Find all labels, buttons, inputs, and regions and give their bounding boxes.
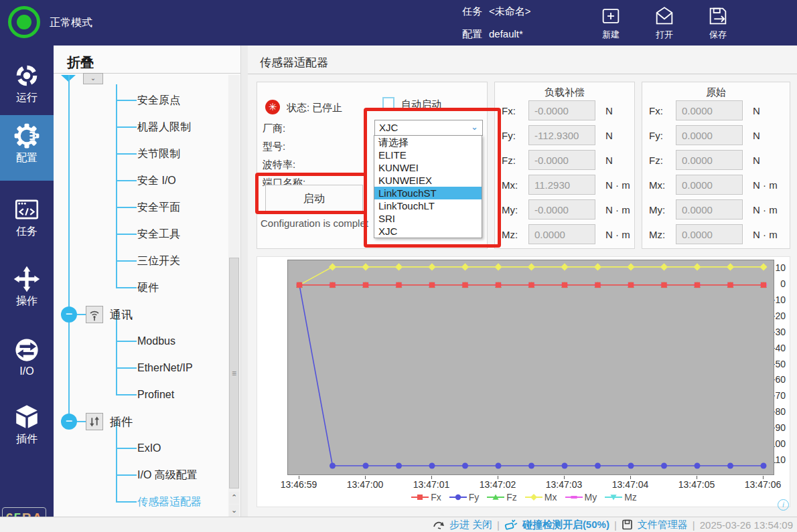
new-button[interactable]: 新建 — [591, 5, 631, 41]
page-title: 传感器适配器 — [260, 55, 328, 70]
collision-status[interactable]: 碰撞检测开启(50%) — [522, 519, 609, 531]
config-label: 配置 — [462, 28, 482, 41]
tree-item-传感器适配器[interactable]: 传感器适配器 — [54, 489, 228, 515]
scroll-up-button[interactable]: ⌃ — [229, 492, 239, 504]
dropdown-option-ELITE[interactable]: ELITE — [374, 149, 482, 161]
force-row: Mz:N · m — [495, 223, 634, 248]
tree-item-Modbus[interactable]: Modbus — [54, 328, 228, 355]
tree-item-三位开关[interactable]: 三位开关 — [54, 248, 228, 274]
dropdown-option-XJC[interactable]: XJC — [374, 225, 482, 238]
app-window: 正常模式 任务<未命名> 配置default* 新建 打开 保存 运行 配置 — [0, 0, 797, 532]
antenna-icon — [86, 306, 103, 323]
info-icon[interactable]: i — [778, 499, 789, 511]
x-tick-label: 13:47:04 — [612, 479, 649, 490]
raw-panel-title: 原始 — [642, 82, 790, 99]
force-value-field — [528, 100, 595, 120]
tree-item-安全原点[interactable]: 安全原点 — [54, 87, 228, 114]
new-file-icon — [599, 5, 623, 27]
force-row: My:N · m — [495, 198, 634, 223]
scrollbar-thumb[interactable]: ≡ — [229, 258, 239, 489]
stopped-status-icon: ✳ — [265, 100, 280, 114]
step-status[interactable]: 步进 关闭 — [449, 519, 492, 531]
tree-item-通讯[interactable]: −通讯 — [54, 301, 228, 328]
dropdown-option-KUNWEI[interactable]: KUNWEI — [374, 161, 482, 174]
force-row: Mx:N · m — [642, 173, 790, 198]
sidebar-item-config[interactable]: 配置 — [0, 115, 54, 181]
tree-item-关节限制[interactable]: 关节限制 — [54, 141, 228, 167]
tree-item-Profinet[interactable]: Profinet — [54, 381, 228, 408]
save-icon — [706, 5, 730, 27]
force-row: Fz:N — [642, 149, 790, 173]
force-row-label: My: — [649, 204, 665, 215]
force-row: Fy:N — [642, 124, 790, 149]
vendor-select-value: XJC — [379, 122, 398, 133]
sidebar-item-task[interactable]: 任务 — [0, 189, 54, 252]
tree-item-机器人限制[interactable]: 机器人限制 — [54, 114, 228, 141]
dropdown-option-请选择[interactable]: 请选择 — [374, 136, 482, 149]
legend-item-My: My — [565, 492, 597, 503]
force-row-label: My: — [502, 204, 518, 215]
force-unit: N — [753, 130, 760, 141]
tree-item-label: 机器人限制 — [137, 120, 191, 135]
tree-item-label: 关节限制 — [137, 147, 180, 161]
force-row-label: Fy: — [649, 130, 663, 141]
force-row-label: Fx: — [649, 105, 663, 116]
clock: 2025-03-26 13:54:09 — [700, 519, 793, 531]
force-row: Fx:N — [642, 99, 790, 124]
force-unit: N · m — [753, 204, 778, 215]
sidebar-item-plugin[interactable]: 插件 — [0, 396, 54, 460]
vendor-label: 厂商: — [263, 122, 285, 135]
collapse-header[interactable]: 折叠 — [54, 46, 240, 74]
clipped-node-icon: ⌄ — [83, 73, 103, 84]
vendor-select[interactable]: XJC ⌄ — [374, 120, 483, 136]
dropdown-option-LinkTouchLT[interactable]: LinkTouchLT — [374, 199, 482, 212]
tree-item-I/O 高级配置[interactable]: I/O 高级配置 — [54, 462, 228, 489]
raw-values-panel: 原始 Fx:NFy:NFz:NMx:N · mMy:N · mMz:N · m — [642, 82, 790, 249]
sidebar-item-jog[interactable]: 操作 — [0, 258, 54, 322]
dropdown-option-LinkTouchST[interactable]: LinkTouchST — [374, 187, 482, 199]
mode-label: 正常模式 — [50, 16, 92, 30]
force-row-label: Fx: — [502, 105, 516, 116]
force-row: Fy:N — [495, 124, 634, 149]
disk-icon — [622, 519, 633, 530]
x-tick-label: 13:47:03 — [546, 479, 583, 490]
vendor-dropdown-list: 请选择ELITEKUNWEIKUNWEIEXLinkTouchSTLinkTou… — [374, 135, 482, 238]
file-manager-link[interactable]: 文件管理器 — [638, 519, 688, 531]
tree-item-label: 安全工具 — [137, 228, 180, 242]
collapse-minus-icon[interactable]: − — [61, 414, 77, 430]
collapse-minus-icon[interactable]: − — [61, 306, 77, 323]
start-button[interactable]: 启动 — [265, 185, 363, 213]
force-value-field — [528, 125, 595, 145]
dropdown-option-KUNWEIEX[interactable]: KUNWEIEX — [374, 174, 482, 187]
open-button[interactable]: 打开 — [644, 5, 684, 41]
save-button[interactable]: 保存 — [698, 5, 738, 41]
tree-item-安全工具[interactable]: 安全工具 — [54, 221, 228, 248]
force-unit: N — [605, 105, 613, 116]
tree-item-label: 通讯 — [110, 307, 133, 323]
tree-item-label: 传感器适配器 — [137, 495, 202, 509]
tree-item-安全 I/O[interactable]: 安全 I/O — [54, 167, 228, 194]
dropdown-option-SRI[interactable]: SRI — [374, 212, 482, 225]
force-value-field — [676, 224, 743, 244]
tree-item-label: 安全原点 — [137, 94, 180, 108]
tree-item-硬件[interactable]: 硬件 — [54, 274, 228, 301]
force-row-label: Fy: — [502, 130, 516, 141]
config-value: default* — [489, 28, 523, 39]
sidebar-item-io[interactable]: I/O — [0, 329, 54, 393]
tree-item-安全平面[interactable]: 安全平面 — [54, 194, 228, 221]
tree-item-插件[interactable]: −插件 — [54, 408, 228, 435]
scroll-down-button[interactable]: ⌄ — [229, 505, 239, 517]
tree-item-EtherNet/IP[interactable]: EtherNet/IP — [54, 355, 228, 381]
force-row: Fz:N — [495, 149, 634, 173]
load-panel-title: 负载补偿 — [495, 82, 634, 99]
legend-item-Fz: Fz — [487, 492, 517, 503]
sidebar-item-run[interactable]: 运行 — [0, 55, 54, 118]
run-icon — [13, 62, 41, 90]
autostart-checkbox[interactable] — [382, 97, 394, 109]
chart-plot-area — [287, 260, 774, 475]
tree-scrollbar[interactable]: ≡ ⌃ ⌄ — [228, 75, 240, 517]
force-unit: N — [753, 155, 760, 166]
tree-item-ExIO[interactable]: ExIO — [54, 435, 228, 462]
raw-panel-rows: Fx:NFy:NFz:NMx:N · mMy:N · mMz:N · m — [642, 99, 790, 248]
x-tick-label: 13:47:00 — [347, 479, 384, 490]
